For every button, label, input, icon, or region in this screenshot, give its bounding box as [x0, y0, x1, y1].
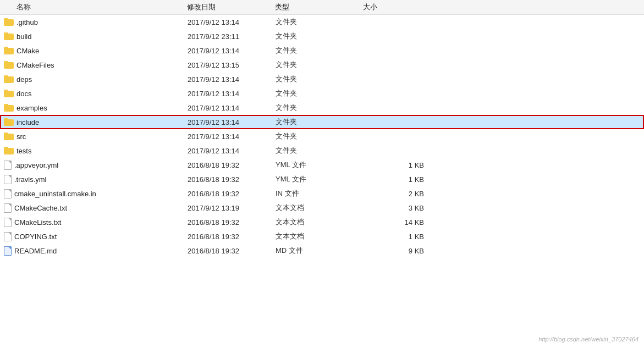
folder-icon — [4, 18, 14, 26]
file-name: cmake_uninstall.cmake.in — [14, 190, 96, 198]
table-row[interactable]: .travis.yml2016/8/18 19:32YML 文件1 KB — [0, 172, 644, 186]
cell-date: 2017/9/12 13:14 — [188, 75, 276, 84]
table-row[interactable]: cmake_uninstall.cmake.in2016/8/18 19:32I… — [0, 186, 644, 201]
cell-date: 2016/8/18 19:32 — [188, 161, 276, 169]
folder-icon — [4, 118, 14, 126]
cell-date: 2017/9/12 13:19 — [188, 204, 276, 212]
table-row[interactable]: .appveyor.yml2016/8/18 19:32YML 文件1 KB — [0, 158, 644, 172]
file-icon — [4, 203, 12, 213]
col-header-size[interactable]: 大小 — [363, 2, 429, 12]
cell-type: YML 文件 — [276, 174, 364, 184]
file-icon — [4, 189, 12, 198]
table-row[interactable]: bulid2017/9/12 23:11文件夹 — [0, 29, 644, 43]
file-name: bulid — [16, 32, 31, 41]
cell-date: 2016/8/18 19:32 — [188, 233, 276, 241]
folder-icon — [4, 90, 14, 97]
file-name: docs — [16, 90, 31, 98]
table-row[interactable]: CMake2017/9/12 13:14文件夹 — [0, 43, 644, 58]
col-header-date[interactable]: 修改日期 — [187, 2, 275, 12]
table-row[interactable]: CMakeLists.txt2016/8/18 19:32文本文档14 KB — [0, 215, 644, 229]
file-name: deps — [16, 75, 32, 84]
cell-type: 文件夹 — [276, 146, 364, 156]
cell-type: 文件夹 — [276, 117, 364, 127]
cell-type: 文件夹 — [276, 31, 364, 41]
cell-name: .appveyor.yml — [1, 161, 188, 170]
table-row[interactable]: src2017/9/12 13:14文件夹 — [0, 129, 644, 143]
cell-size: 3 KB — [364, 204, 430, 212]
file-md-icon — [4, 246, 12, 256]
cell-name: COPYING.txt — [1, 232, 188, 241]
cell-date: 2017/9/12 13:15 — [188, 61, 276, 69]
file-icon — [4, 175, 12, 184]
table-row[interactable]: tests2017/9/12 13:14文件夹 — [0, 143, 644, 158]
cell-date: 2016/8/18 19:32 — [188, 175, 276, 184]
cell-name: tests — [1, 147, 188, 155]
cell-date: 2016/8/18 19:32 — [188, 247, 276, 255]
file-icon — [4, 161, 12, 170]
file-name: CMakeFiles — [16, 61, 54, 69]
cell-type: 文件夹 — [276, 17, 364, 27]
cell-size: 1 KB — [364, 175, 430, 184]
table-row[interactable]: CMakeCache.txt2017/9/12 13:19文本文档3 KB — [0, 201, 644, 215]
table-row[interactable]: deps2017/9/12 13:14文件夹 — [0, 72, 644, 86]
file-name: COPYING.txt — [14, 233, 57, 241]
cell-type: 文件夹 — [276, 60, 364, 70]
cell-type: 文件夹 — [276, 131, 364, 141]
table-row[interactable]: examples2017/9/12 13:14文件夹 — [0, 101, 644, 115]
cell-date: 2017/9/12 13:14 — [188, 47, 276, 55]
cell-date: 2017/9/12 13:14 — [188, 118, 276, 126]
cell-date: 2016/8/18 19:32 — [188, 218, 276, 227]
folder-icon — [4, 47, 14, 54]
col-header-type[interactable]: 类型 — [275, 2, 363, 12]
cell-size: 14 KB — [364, 218, 430, 227]
col-header-name[interactable]: 名称 — [0, 2, 187, 12]
cell-date: 2017/9/12 13:14 — [188, 132, 276, 141]
cell-date: 2017/9/12 13:14 — [188, 18, 276, 26]
cell-name: cmake_uninstall.cmake.in — [1, 189, 188, 198]
cell-name: README.md — [1, 246, 188, 256]
file-icon — [4, 232, 12, 241]
cell-name: .travis.yml — [1, 175, 188, 184]
cell-type: 文件夹 — [276, 89, 364, 98]
file-name: CMake — [16, 47, 39, 55]
file-name: .github — [16, 18, 38, 26]
watermark: http://blog.csdn.net/weixin_37027464 — [538, 336, 639, 343]
cell-name: docs — [1, 90, 188, 98]
cell-type: IN 文件 — [276, 189, 364, 198]
table-row[interactable]: COPYING.txt2016/8/18 19:32文本文档1 KB — [0, 229, 644, 244]
table-row[interactable]: CMakeFiles2017/9/12 13:15文件夹 — [0, 58, 644, 72]
file-list: .github2017/9/12 13:14文件夹bulid2017/9/12 … — [0, 15, 644, 348]
cell-name: CMakeLists.txt — [1, 218, 188, 227]
cell-size: 1 KB — [364, 233, 430, 241]
file-name: .travis.yml — [14, 175, 47, 184]
cell-date: 2017/9/12 13:14 — [188, 90, 276, 98]
cell-type: 文本文档 — [276, 231, 364, 241]
file-name: CMakeCache.txt — [14, 204, 67, 212]
cell-type: YML 文件 — [276, 160, 364, 170]
cell-date: 2017/9/12 13:14 — [188, 147, 276, 155]
file-name: src — [16, 132, 26, 141]
cell-type: 文本文档 — [276, 217, 364, 227]
cell-name: bulid — [1, 32, 188, 41]
cell-name: .github — [1, 18, 188, 26]
folder-icon — [4, 147, 14, 154]
cell-size: 1 KB — [364, 161, 430, 169]
cell-type: 文本文档 — [276, 203, 364, 213]
folder-icon — [4, 32, 14, 40]
file-name: include — [16, 118, 39, 126]
table-row[interactable]: docs2017/9/12 13:14文件夹 — [0, 86, 644, 101]
file-icon — [4, 218, 12, 227]
file-name: README.md — [14, 247, 57, 255]
file-explorer: 名称 修改日期 类型 大小 .github2017/9/12 13:14文件夹b… — [0, 0, 644, 348]
file-name: .appveyor.yml — [14, 161, 58, 169]
table-row[interactable]: .github2017/9/12 13:14文件夹 — [0, 15, 644, 29]
folder-icon — [4, 132, 14, 140]
table-row[interactable]: include2017/9/12 13:14文件夹 — [0, 115, 644, 129]
folder-icon — [4, 104, 14, 112]
cell-date: 2017/9/12 13:14 — [188, 104, 276, 112]
folder-icon — [4, 75, 14, 83]
cell-date: 2017/9/12 23:11 — [188, 32, 276, 41]
cell-name: CMake — [1, 47, 188, 55]
table-row[interactable]: README.md2016/8/18 19:32MD 文件9 KB — [0, 244, 644, 258]
cell-name: include — [1, 118, 188, 126]
